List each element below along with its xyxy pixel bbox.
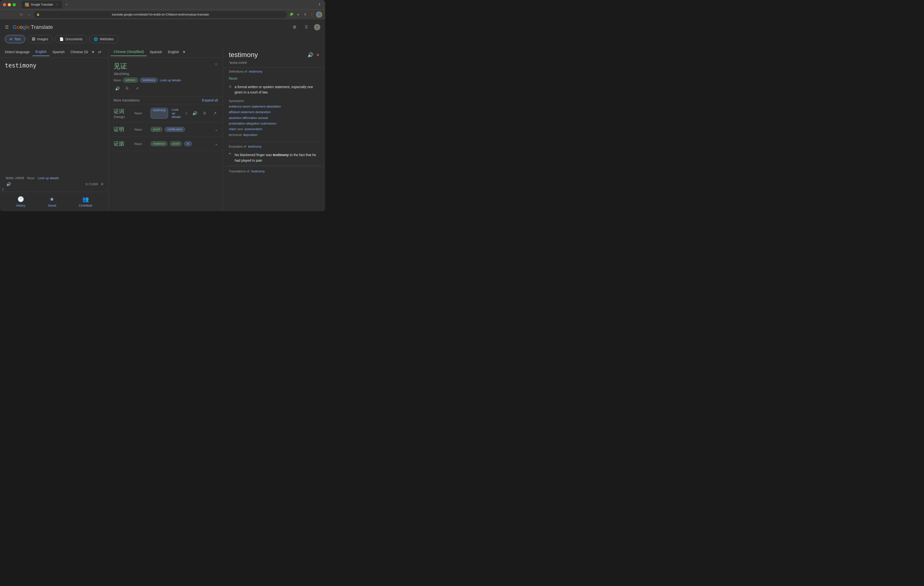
syn-attestation[interactable]: attestation <box>266 104 281 108</box>
close-window-button[interactable] <box>3 3 6 6</box>
main-star-button[interactable]: ☆ <box>214 62 218 66</box>
new-tab-button[interactable]: + <box>63 1 70 8</box>
minimize-window-button[interactable] <box>8 3 11 6</box>
c-indicator: C <box>2 188 4 191</box>
source-lang-more-icon[interactable]: ▾ <box>91 48 95 56</box>
website-icon: 🌐 <box>94 37 98 41</box>
alt-audio-0[interactable]: 🔊 <box>192 109 198 117</box>
address-bar: ‹ › ↻ ⌂ 🔒 🧩 ★ ⬇ ⋮ 👤 <box>0 9 325 20</box>
reload-button[interactable]: ↻ <box>18 12 24 18</box>
syn-declaration[interactable]: declaration <box>255 110 271 114</box>
app-header: ☰ Google Translate ⚙ ⠿ 👤 <box>0 20 325 35</box>
maximize-icon: ⬇ <box>318 3 322 7</box>
alt-tag-2-0[interactable]: evidence <box>150 141 167 146</box>
syn-sworn-statement[interactable]: sworn statement <box>243 104 266 108</box>
syn-affidavit[interactable]: affidavit <box>229 110 240 114</box>
saved-nav-item[interactable]: ★ Saved <box>48 196 56 207</box>
bookmark-button[interactable]: ★ <box>295 12 301 17</box>
history-nav-item[interactable]: 🕐 History <box>16 196 25 207</box>
main-tag-testimony[interactable]: testimony <box>140 78 158 83</box>
settings-icon[interactable]: ⚙ <box>291 23 299 31</box>
detect-language-button[interactable]: Detect language <box>2 48 33 56</box>
browser-actions: 🧩 ★ ⬇ ⋮ 👤 <box>289 12 322 18</box>
alt-tag-2-2[interactable]: te <box>184 141 192 146</box>
hamburger-menu[interactable]: ☰ <box>5 25 9 30</box>
target-lang-more-icon[interactable]: ▾ <box>182 48 186 56</box>
target-spanish-button[interactable]: Spanish <box>147 48 165 56</box>
syn-asseveration[interactable]: asseveration <box>244 127 262 131</box>
tab-images[interactable]: 🖼 Images <box>27 35 53 43</box>
contribute-icon: 👥 <box>82 196 89 202</box>
source-english-button[interactable]: English <box>33 48 50 56</box>
alt-share-0[interactable]: ↗ <box>212 109 218 117</box>
address-input[interactable] <box>34 11 287 18</box>
syn-statement[interactable]: statement <box>241 110 254 114</box>
source-text-input[interactable]: testimony <box>5 62 104 174</box>
home-button[interactable]: ⌂ <box>26 12 32 18</box>
syn-avowal[interactable]: avowal <box>258 116 267 120</box>
def-synonyms: evidence sworn statement attestation aff… <box>223 103 325 142</box>
alt-tags-2: evidence proof te <box>150 141 211 146</box>
main-tag-witness[interactable]: witness <box>123 78 138 83</box>
settings-button[interactable]: ⋮ <box>309 12 315 17</box>
alt-tag-2-1[interactable]: proof <box>170 141 182 146</box>
active-tab[interactable]: T Google Translate × <box>21 1 62 8</box>
source-spanish-button[interactable]: Spanish <box>50 48 68 56</box>
back-button[interactable]: ‹ <box>3 12 9 18</box>
syn-deposition[interactable]: deposition <box>243 133 257 137</box>
source-right-actions: 9 / 5,000 × <box>86 181 104 187</box>
tab-text[interactable]: ⇄ Text <box>5 35 25 43</box>
main-lookup-link[interactable]: Look up details <box>160 78 181 82</box>
fullscreen-window-button[interactable] <box>13 3 16 6</box>
def-audio-button[interactable]: 🔊 <box>307 52 314 58</box>
main-audio-button[interactable]: 🔊 <box>114 84 121 92</box>
source-audio-button[interactable]: 🔊 <box>5 180 13 188</box>
target-chinese-button[interactable]: Chinese (Simplified) <box>111 48 147 56</box>
tab-images-label: Images <box>37 37 48 41</box>
def-close-button[interactable]: × <box>317 52 319 58</box>
apps-icon[interactable]: ⠿ <box>302 23 310 31</box>
translations-area[interactable]: 见证 Jiànzhèng ☆ Noun witness testimony Lo… <box>109 58 223 211</box>
main-copy-button[interactable]: ⎘ <box>123 84 131 92</box>
syn-evidence[interactable]: evidence <box>229 104 241 108</box>
user-avatar[interactable]: 👤 <box>314 24 320 30</box>
alt-expand-1[interactable]: ⌄ <box>215 127 218 132</box>
contribute-nav-item[interactable]: 👥 Contribute <box>79 196 92 207</box>
logo-text: Google <box>13 24 30 30</box>
source-chinese-button[interactable]: Chinese (Si <box>68 48 91 56</box>
profile-avatar[interactable]: 👤 <box>316 12 322 18</box>
syn-assertion[interactable]: assertion <box>229 116 242 120</box>
syn-allegation[interactable]: allegation <box>246 122 260 125</box>
alt-expand-2[interactable]: ⌄ <box>215 142 218 146</box>
syn-affirmation[interactable]: affirmation <box>243 116 257 120</box>
tab-close-button[interactable]: × <box>55 3 59 7</box>
alt-lookup-0[interactable]: Look up details <box>172 108 181 119</box>
tab-documents[interactable]: 📄 Documents <box>55 35 87 43</box>
alt-star-0[interactable]: ☆ <box>185 111 188 116</box>
main-pos-label: Noun <box>114 78 121 82</box>
history-label: History <box>16 204 25 207</box>
tab-documents-label: Documents <box>66 37 83 41</box>
alt-tag-1-1[interactable]: certification <box>165 127 185 132</box>
download-button[interactable]: ⬇ <box>302 12 308 17</box>
syn-submission[interactable]: submission <box>261 122 276 125</box>
target-lang-selector: Chinese (Simplified) Spanish English ▾ <box>109 46 223 58</box>
target-english-button[interactable]: English <box>165 48 182 56</box>
def-word-in-title: testimony <box>249 70 262 73</box>
expand-all-button[interactable]: Expand all <box>202 98 218 102</box>
syn-protestation[interactable]: protestation <box>229 122 245 125</box>
syn-claim[interactable]: claim <box>229 127 236 131</box>
alt-copy-0[interactable]: ⎘ <box>202 109 208 117</box>
source-lookup-link[interactable]: Look up details <box>38 176 59 180</box>
forward-button[interactable]: › <box>11 12 16 18</box>
alt-tag-1-0[interactable]: proof <box>150 127 162 132</box>
alt-text-1: 证明 <box>114 126 130 133</box>
swap-languages-button[interactable]: ⇄ <box>96 48 103 56</box>
tab-websites[interactable]: 🌐 Websites <box>89 35 118 43</box>
main-translation-pos: Noun witness testimony Look up details <box>114 78 218 83</box>
clear-text-button[interactable]: × <box>101 181 104 187</box>
extensions-button[interactable]: 🧩 <box>289 12 294 17</box>
alt-tag-0-0[interactable]: testimony <box>150 108 168 119</box>
alt-translation-1: 证明 Noun proof certification ⌄ <box>109 122 223 137</box>
main-share-button[interactable]: ↗ <box>133 84 141 92</box>
